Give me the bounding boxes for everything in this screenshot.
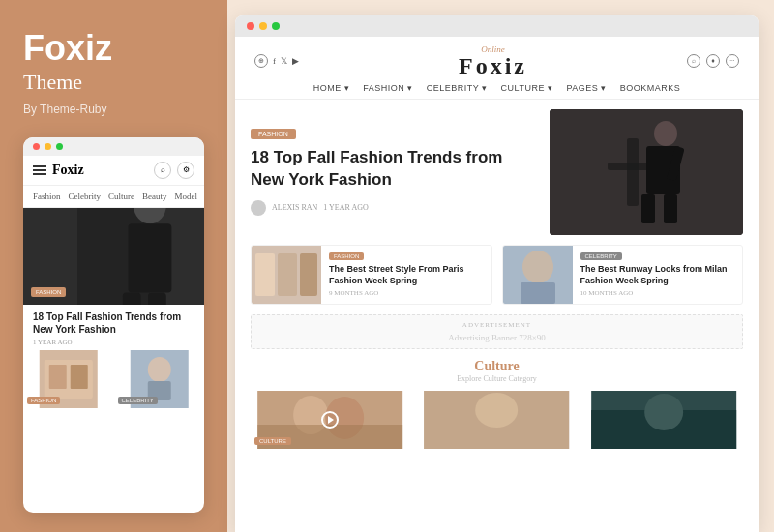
mobile-nav-culture[interactable]: Culture <box>108 192 134 201</box>
dot-red <box>33 143 40 150</box>
search-icon[interactable]: ⌕ <box>687 54 700 68</box>
card1-time: 9 MONTHS AGO <box>329 289 378 297</box>
desktop-logo-main: Foxiz <box>459 54 527 77</box>
svg-point-27 <box>522 251 553 283</box>
nav-home[interactable]: HOME ▾ <box>313 83 350 93</box>
nav-celebrity[interactable]: CELEBRITY ▾ <box>427 83 488 93</box>
mobile-top-bar <box>23 137 204 156</box>
desk-dot-red <box>247 22 254 30</box>
facebook-icon[interactable]: f <box>273 56 276 66</box>
mobile-header: Foxiz ⌕ ⚙ <box>23 156 204 186</box>
nav-culture[interactable]: CULTURE ▾ <box>501 83 553 93</box>
card-row: FASHION The Best Street Style From Paris… <box>251 245 743 305</box>
culture-card-2 <box>417 391 576 449</box>
culture-card1-badge: CULTURE <box>254 437 291 445</box>
culture-cards: CULTURE <box>251 391 743 449</box>
card1-title: The Best Street Style From Paris Fashion… <box>329 264 484 286</box>
user-icon[interactable]: ♦ <box>706 54 720 68</box>
svg-rect-5 <box>148 292 166 305</box>
card2-time: 10 MONTHS AGO <box>580 289 634 297</box>
hamburger-icon[interactable] <box>33 165 46 175</box>
hero-tag: FASHION <box>251 129 296 139</box>
culture-card-3 <box>584 391 743 449</box>
svg-rect-28 <box>521 282 555 304</box>
svg-rect-24 <box>278 253 297 296</box>
search-icon[interactable]: ⌕ <box>154 162 171 179</box>
card1-tag: FASHION <box>329 252 364 260</box>
card2-tag: CELEBRITY <box>580 252 622 260</box>
hero-section: FASHION 18 Top Fall Fashion Trends from … <box>251 109 743 235</box>
svg-point-11 <box>147 357 170 382</box>
card-content-1: FASHION The Best Street Style From Paris… <box>329 246 491 304</box>
desktop-header: ⊕ f 𝕏 ▶ Online Foxiz ⌕ ♦ ··· HOME ▾ FASH… <box>235 37 759 100</box>
settings-icon[interactable]: ⚙ <box>177 162 194 179</box>
mobile-nav-fashion[interactable]: Fashion <box>33 192 61 201</box>
article-card-1: FASHION The Best Street Style From Paris… <box>251 245 492 305</box>
ad-content: Advertising Banner 728×90 <box>257 333 736 342</box>
dot-yellow <box>45 143 51 150</box>
card1-meta: 9 MONTHS AGO <box>329 289 484 297</box>
hero-meta: ALEXIS RAN 1 YEAR AGO <box>251 200 538 216</box>
mobile-header-left: Foxiz <box>33 163 84 178</box>
author-avatar <box>251 200 266 216</box>
hero-time: 1 YEAR AGO <box>323 203 368 212</box>
card2-title: The Best Runway Looks from Milan Fashion… <box>580 264 735 286</box>
mobile-nav-model[interactable]: Model <box>175 192 198 201</box>
desktop-header-left-icons: ⊕ f 𝕏 ▶ <box>254 54 299 68</box>
svg-rect-25 <box>300 253 317 296</box>
youtube-icon[interactable]: ▶ <box>292 56 299 66</box>
brand-credit: By Theme-Ruby <box>23 103 204 116</box>
ad-banner: ADVERTISEMENT Advertising Banner 728×90 <box>251 314 743 349</box>
mobile-nav-celebrity[interactable]: Celebrity <box>69 192 102 201</box>
mobile-hero-badge: FASHION <box>31 287 66 297</box>
culture-subtitle: Explore Culture Category <box>457 374 537 383</box>
nav-pages[interactable]: PAGES ▾ <box>566 83 606 93</box>
mobile-nav-beauty[interactable]: Beauty <box>142 192 167 201</box>
card-thumb-2 <box>503 246 573 304</box>
svg-rect-20 <box>664 194 677 223</box>
hero-title: 18 Top Fall Fashion Trends from New York… <box>251 147 538 190</box>
twitter-icon[interactable]: 𝕏 <box>281 56 287 66</box>
brand-name: Foxiz <box>23 29 204 68</box>
mobile-nav: Fashion Celebrity Culture Beauty Model <box>23 186 204 208</box>
card-content-2: CELEBRITY The Best Runway Looks from Mil… <box>580 246 743 304</box>
desktop-top-bar <box>235 15 759 37</box>
mobile-hero-title: 18 Top Fall Fashion Trends from New York… <box>33 310 194 336</box>
desktop-header-right-icons: ⌕ ♦ ··· <box>687 54 739 68</box>
desk-dot-green <box>272 22 280 30</box>
card2-meta: 10 MONTHS AGO <box>580 289 735 297</box>
mobile-thumb-1: FASHION <box>23 350 114 408</box>
play-button[interactable] <box>321 411 339 429</box>
culture-header: Culture Explore Culture Category <box>251 359 743 383</box>
article-card-2: CELEBRITY The Best Runway Looks from Mil… <box>502 245 744 305</box>
culture-title: Culture <box>474 359 519 374</box>
culture-card-1: CULTURE <box>251 391 409 449</box>
hero-text: FASHION 18 Top Fall Fashion Trends from … <box>251 109 538 235</box>
mobile-meta-time: 1 YEAR AGO <box>33 339 73 346</box>
globe-icon[interactable]: ⊕ <box>254 54 268 68</box>
brand-subtitle: Theme <box>23 70 204 95</box>
nav-fashion[interactable]: FASHION ▾ <box>363 83 413 93</box>
desktop-nav: HOME ▾ FASHION ▾ CELEBRITY ▾ CULTURE ▾ P… <box>254 83 739 93</box>
hero-image <box>550 109 743 235</box>
mobile-hero-meta: 1 YEAR AGO <box>33 339 194 346</box>
desktop-preview: ⊕ f 𝕏 ▶ Online Foxiz ⌕ ♦ ··· HOME ▾ FASH… <box>235 15 759 532</box>
desk-dot-yellow <box>259 22 267 30</box>
card-thumb-1 <box>252 246 321 304</box>
culture-section: Culture Explore Culture Category CULTUR <box>251 359 743 449</box>
more-icon[interactable]: ··· <box>726 54 739 68</box>
svg-rect-15 <box>627 138 639 206</box>
left-panel: Foxiz Theme By Theme-Ruby Foxiz ⌕ ⚙ Fash… <box>0 0 227 532</box>
svg-rect-8 <box>49 365 67 389</box>
mobile-header-right: ⌕ ⚙ <box>154 162 194 179</box>
mobile-hero-text: 18 Top Fall Fashion Trends from New York… <box>23 305 204 350</box>
mobile-content: FASHION 18 Top Fall Fashion Trends from … <box>23 208 204 513</box>
mobile-thumb2-badge: CELEBRITY <box>118 397 158 404</box>
right-panel: ⊕ f 𝕏 ▶ Online Foxiz ⌕ ♦ ··· HOME ▾ FASH… <box>227 0 774 532</box>
svg-rect-9 <box>71 365 88 389</box>
desktop-header-top: ⊕ f 𝕏 ▶ Online Foxiz ⌕ ♦ ··· <box>254 44 739 77</box>
mobile-thumb-2: CELEBRITY <box>114 350 205 408</box>
desktop-logo-wrap: Online Foxiz <box>459 44 527 77</box>
nav-bookmarks[interactable]: BOOKMARKS <box>620 83 681 93</box>
desktop-body: FASHION 18 Top Fall Fashion Trends from … <box>235 100 759 532</box>
